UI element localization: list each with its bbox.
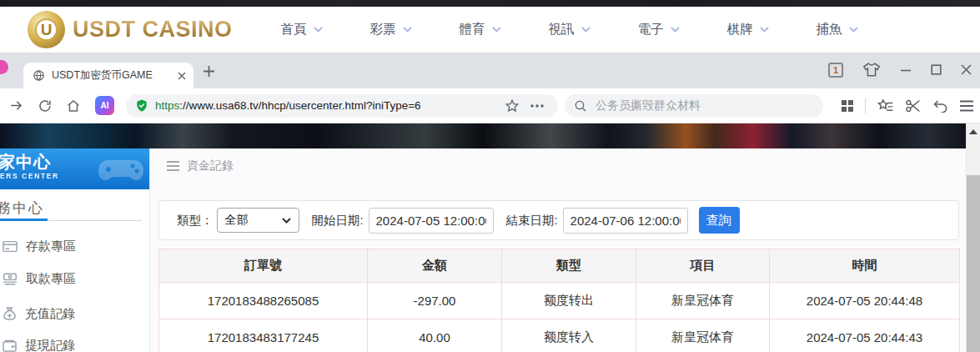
nav-item-label: 彩票 xyxy=(370,21,396,38)
section-active-underline xyxy=(0,219,48,221)
apps-grid-icon[interactable] xyxy=(841,99,854,113)
new-tab-icon[interactable] xyxy=(203,65,215,78)
chevron-down-icon xyxy=(671,27,680,33)
start-date-label: 開始日期: xyxy=(312,213,364,229)
casino-logo-ball-icon: U xyxy=(28,11,65,48)
gamepad-icon xyxy=(97,153,145,184)
nav-item-slots[interactable]: 電子 xyxy=(638,21,680,38)
maximize-icon[interactable] xyxy=(931,64,942,75)
screen: U USDT CASINO 首頁 彩票 體育 視訊 電子 xyxy=(0,0,980,352)
page-title: 資金記錄 xyxy=(167,158,234,173)
nav-item-home[interactable]: 首頁 xyxy=(281,21,323,38)
logo-monogram: U xyxy=(35,18,58,41)
type-select[interactable]: 全部 xyxy=(217,208,299,233)
col-project: 項目 xyxy=(636,249,770,283)
chevron-down-icon xyxy=(581,27,591,33)
toolbar-right-icons xyxy=(841,98,974,113)
page-content: 家中心 ERS CENTER 務中心 存款專區 取款專區 充值記錄 提現記錄 xyxy=(0,148,966,352)
start-date-input[interactable] xyxy=(369,208,494,234)
casino-logo-text: USDT CASINO xyxy=(73,17,233,43)
menu-lines-icon xyxy=(167,161,179,171)
cell-type: 额度转入 xyxy=(502,319,636,352)
sidebar-item-label: 提現記錄 xyxy=(25,338,75,352)
cell-time: 2024-07-05 20:44:48 xyxy=(770,283,960,319)
page-banner xyxy=(0,123,966,148)
tab-count-badge[interactable]: 1 xyxy=(828,63,843,78)
home-icon[interactable] xyxy=(66,98,81,113)
nav-item-video[interactable]: 視訊 xyxy=(549,21,591,38)
sidebar-item-label: 取款專區 xyxy=(26,271,76,287)
type-select-value: 全部 xyxy=(225,213,249,228)
refresh-icon[interactable] xyxy=(38,98,53,113)
window-controls: 1 xyxy=(828,62,972,78)
chevron-down-icon xyxy=(314,27,323,33)
url-scheme: https xyxy=(155,99,179,112)
query-button[interactable]: 查詢 xyxy=(699,207,740,234)
close-icon[interactable] xyxy=(178,72,186,80)
forward-icon[interactable] xyxy=(8,98,24,113)
search-placeholder: 公务员撕毁群众材料 xyxy=(596,98,701,113)
nav-item-sports[interactable]: 體育 xyxy=(460,21,501,38)
cell-order-id: 1720183483177245 xyxy=(159,319,368,352)
divider xyxy=(865,98,866,113)
profile-avatar[interactable] xyxy=(0,60,8,74)
col-type: 類型 xyxy=(502,249,636,283)
search-icon xyxy=(574,99,587,113)
nav-item-fishing[interactable]: 捕魚 xyxy=(817,21,858,38)
browser-tab[interactable]: USDT加密货币GAME xyxy=(23,63,193,88)
table-row: 1720183488265085 -297.00 额度转出 新皇冠体育 2024… xyxy=(159,283,960,319)
browser-toolbar: AI https://www.usa68.tv/hhcp/usercenter.… xyxy=(0,88,980,123)
sidebar-item-recharge-record[interactable]: 充值記錄 xyxy=(0,299,149,329)
table-header-row: 訂單號 金額 類型 項目 時間 xyxy=(159,249,960,283)
casino-nav: 首頁 彩票 體育 視訊 電子 棋牌 xyxy=(281,21,858,38)
page-scrollbar[interactable] xyxy=(966,123,980,352)
bookmark-star-icon[interactable] xyxy=(505,98,520,113)
main-panel: 資金記錄 類型： 全部 開始日期: 結束日期: 查詢 訂單號 xyxy=(151,148,966,352)
browser-search-box[interactable]: 公务员撕毁群众材料 xyxy=(565,94,823,118)
favorites-list-icon[interactable] xyxy=(877,98,894,113)
cell-project: 新皇冠体育 xyxy=(636,283,770,319)
cell-amount: 40.00 xyxy=(368,319,502,352)
sidebar-item-deposit[interactable]: 存款專區 xyxy=(0,231,149,261)
address-bar[interactable]: https://www.usa68.tv/hhcp/usercenter.htm… xyxy=(126,94,558,118)
nav-item-label: 體育 xyxy=(460,21,485,38)
sidebar-header: 家中心 ERS CENTER xyxy=(0,148,149,189)
nav-item-cards[interactable]: 棋牌 xyxy=(727,21,769,38)
sidebar-item-label: 充值記錄 xyxy=(25,306,75,322)
minimize-icon[interactable] xyxy=(900,64,912,76)
sidebar-item-withdraw-record[interactable]: 提現記錄 xyxy=(0,330,149,352)
col-order-id: 訂單號 xyxy=(159,249,368,283)
withdraw-cash-icon xyxy=(3,273,18,285)
type-label: 類型： xyxy=(177,213,214,229)
globe-icon xyxy=(33,69,45,82)
scroll-up-arrow-icon[interactable] xyxy=(969,129,977,134)
col-amount: 金額 xyxy=(368,249,502,283)
end-date-input[interactable] xyxy=(563,208,688,234)
undo-icon[interactable] xyxy=(932,98,948,113)
chevron-down-icon xyxy=(849,27,858,33)
chevron-down-icon xyxy=(403,27,412,33)
nav-item-label: 捕魚 xyxy=(817,21,842,38)
sidebar-item-withdraw[interactable]: 取款專區 xyxy=(0,264,149,294)
casino-logo[interactable]: U USDT CASINO xyxy=(28,11,233,48)
deposit-card-icon xyxy=(3,240,18,253)
chevron-down-icon xyxy=(760,27,769,33)
sidebar-section-title: 務中心 xyxy=(0,199,44,218)
scissors-icon[interactable] xyxy=(905,98,922,113)
moneybag-icon xyxy=(3,307,17,320)
url-text: https://www.usa68.tv/hhcp/usercenter.htm… xyxy=(155,99,421,112)
chevron-down-icon xyxy=(492,27,501,33)
scrollbar-thumb[interactable] xyxy=(967,175,980,352)
ai-assistant-button[interactable]: AI xyxy=(95,96,114,115)
shirt-icon[interactable] xyxy=(862,62,881,78)
more-dots-icon[interactable] xyxy=(530,104,544,108)
hamburger-icon[interactable] xyxy=(959,100,974,112)
wallet-icon xyxy=(3,339,17,352)
cell-type: 额度转出 xyxy=(502,283,636,319)
casino-header: U USDT CASINO 首頁 彩票 體育 視訊 電子 xyxy=(0,7,980,53)
cell-project: 新皇冠体育 xyxy=(636,319,770,352)
nav-item-lottery[interactable]: 彩票 xyxy=(370,21,412,38)
window-close-icon[interactable] xyxy=(961,64,972,75)
chevron-down-icon xyxy=(282,218,291,224)
nav-item-label: 視訊 xyxy=(549,21,575,38)
